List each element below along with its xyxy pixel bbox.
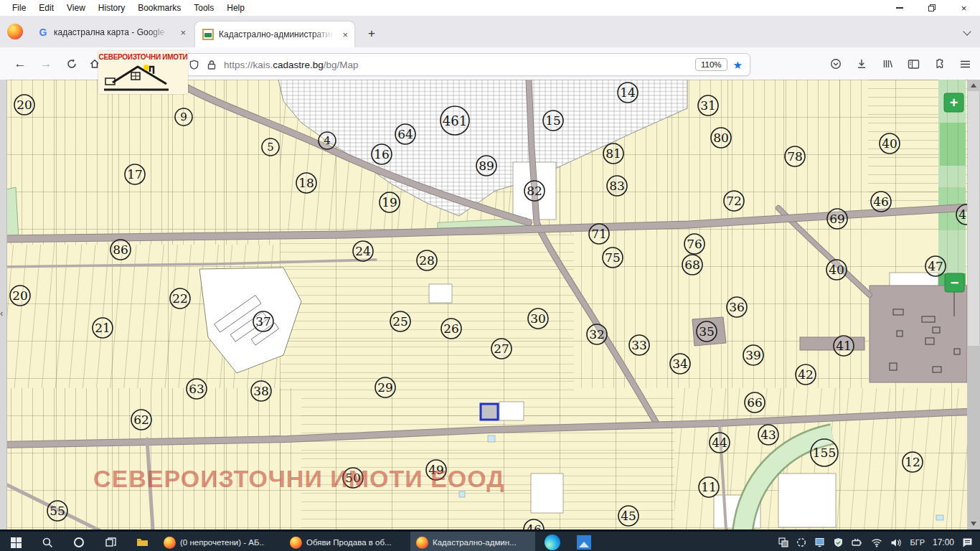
bookmark-star-icon[interactable]: ★ <box>733 60 743 70</box>
region-marker-461[interactable]: 461 <box>440 106 469 135</box>
cortana-button[interactable] <box>63 532 95 551</box>
region-marker-41[interactable]: 41 <box>834 336 854 356</box>
action-center-icon[interactable] <box>962 537 973 547</box>
region-marker-17[interactable]: 17 <box>125 164 145 184</box>
photos-app-icon[interactable] <box>568 532 600 551</box>
region-marker-40[interactable]: 40 <box>826 260 847 280</box>
sidebar-button[interactable] <box>904 55 923 73</box>
region-marker-46[interactable]: 46 <box>871 192 891 212</box>
tray-clock[interactable]: 17:00 <box>933 537 954 547</box>
scroll-down-arrow-icon[interactable] <box>971 522 976 526</box>
region-marker-12[interactable]: 12 <box>903 452 923 472</box>
selected-parcel[interactable] <box>481 404 498 420</box>
region-marker-45[interactable]: 45 <box>618 506 639 526</box>
app-menu-hamburger-button[interactable] <box>956 55 974 73</box>
region-marker-25[interactable]: 25 <box>390 311 410 331</box>
start-button[interactable] <box>0 532 32 551</box>
map-zoom-out-button[interactable]: − <box>945 273 964 292</box>
region-marker-29[interactable]: 29 <box>375 377 395 397</box>
forward-button[interactable]: → <box>36 54 56 74</box>
task-view-button[interactable] <box>95 532 126 551</box>
taskbar-window-1[interactable]: Обяви Продава в об... <box>284 532 409 551</box>
lock-icon[interactable] <box>207 60 217 70</box>
region-marker-69[interactable]: 69 <box>827 209 847 229</box>
extensions-puzzle-button[interactable] <box>930 55 948 73</box>
minimize-button[interactable] <box>883 0 915 16</box>
region-marker-27[interactable]: 27 <box>491 339 512 359</box>
region-marker-38[interactable]: 38 <box>251 381 271 401</box>
region-marker-32[interactable]: 32 <box>587 324 607 344</box>
file-explorer-button[interactable] <box>126 532 158 551</box>
tray-language-indicator[interactable]: БГР <box>910 538 925 547</box>
menu-tools[interactable]: Tools <box>187 3 220 13</box>
region-marker-22[interactable]: 22 <box>170 288 190 309</box>
region-marker-82[interactable]: 82 <box>524 181 545 201</box>
region-marker-5[interactable]: 5 <box>262 138 279 156</box>
taskbar-window-0[interactable]: (0 непрочетени) - АБ... <box>158 532 283 551</box>
region-marker-30[interactable]: 30 <box>528 309 548 329</box>
region-marker-47[interactable]: 47 <box>925 256 946 276</box>
new-tab-button[interactable]: + <box>363 26 380 43</box>
region-marker-40[interactable]: 40 <box>880 133 900 154</box>
tab-google-search[interactable]: G кадастрална карта - Google Тъ × <box>30 21 192 44</box>
tray-app-windows-icon[interactable] <box>778 537 788 547</box>
tray-sync-icon[interactable] <box>796 537 806 547</box>
reload-button[interactable] <box>62 54 82 74</box>
region-marker-11[interactable]: 11 <box>699 477 719 497</box>
region-marker-34[interactable]: 34 <box>670 354 690 374</box>
region-marker-43[interactable]: 43 <box>758 425 778 445</box>
region-marker-63[interactable]: 63 <box>187 379 207 399</box>
collapsed-panel-strip[interactable]: ‹ <box>0 80 7 529</box>
region-marker-42[interactable]: 42 <box>796 364 816 385</box>
region-marker-78[interactable]: 78 <box>785 146 805 166</box>
tray-volume-icon[interactable] <box>890 538 902 547</box>
menu-history[interactable]: History <box>92 3 131 13</box>
region-marker-75[interactable]: 75 <box>603 248 623 268</box>
region-marker-16[interactable]: 16 <box>372 144 392 164</box>
region-marker-80[interactable]: 80 <box>711 128 731 148</box>
back-button[interactable]: ← <box>10 54 30 74</box>
tab-close-icon[interactable]: × <box>342 29 348 40</box>
url-bar[interactable]: https://kais.cadastre.bg/bg/Map 110% ★ <box>181 53 750 76</box>
region-marker-39[interactable]: 39 <box>743 345 763 365</box>
region-marker-19[interactable]: 19 <box>380 192 400 212</box>
tray-display-icon[interactable] <box>814 537 825 547</box>
region-marker-68[interactable]: 68 <box>682 255 702 275</box>
restore-button[interactable] <box>915 0 948 16</box>
tab-close-icon[interactable]: × <box>180 27 186 38</box>
tab-kais-cadastre[interactable]: Кадастрално-административн × <box>195 22 354 47</box>
library-button[interactable] <box>878 55 897 73</box>
downloads-button[interactable] <box>852 55 871 73</box>
menu-bookmarks[interactable]: Bookmarks <box>131 3 187 13</box>
edge-taskbar-icon[interactable] <box>537 532 568 551</box>
region-marker-81[interactable]: 81 <box>603 143 623 164</box>
region-marker-28[interactable]: 28 <box>417 250 437 270</box>
tray-power-plug-icon[interactable] <box>852 538 863 547</box>
region-marker-26[interactable]: 26 <box>441 319 461 339</box>
region-marker-64[interactable]: 64 <box>395 124 415 144</box>
region-marker-55[interactable]: 55 <box>47 501 67 521</box>
region-marker-83[interactable]: 83 <box>607 176 627 196</box>
region-marker-35[interactable]: 35 <box>697 321 717 342</box>
region-marker-14[interactable]: 14 <box>618 83 638 103</box>
region-marker-44[interactable]: 44 <box>710 433 730 453</box>
tracking-shield-icon[interactable] <box>189 60 199 70</box>
taskbar-search-button[interactable] <box>32 532 63 551</box>
page-zoom-indicator[interactable]: 110% <box>695 58 727 71</box>
region-marker-36[interactable]: 36 <box>727 297 747 317</box>
menu-help[interactable]: Help <box>220 3 251 13</box>
scroll-up-arrow-icon[interactable] <box>971 83 976 88</box>
region-marker-155[interactable]: 155 <box>811 439 838 466</box>
region-marker-72[interactable]: 72 <box>724 191 744 211</box>
region-marker-89[interactable]: 89 <box>476 156 496 176</box>
tray-defender-shield-icon[interactable] <box>833 537 844 548</box>
region-marker-4[interactable]: 4 <box>319 132 336 149</box>
region-marker-24[interactable]: 24 <box>353 241 373 261</box>
map-zoom-in-button[interactable]: + <box>944 93 963 112</box>
region-marker-33[interactable]: 33 <box>629 335 649 355</box>
region-marker-66[interactable]: 66 <box>745 392 765 413</box>
pocket-button[interactable] <box>826 55 845 73</box>
taskbar-window-2[interactable]: Кадастрално-админ... <box>410 532 535 551</box>
region-marker-20[interactable]: 20 <box>14 95 34 115</box>
tray-wifi-icon[interactable] <box>871 538 882 547</box>
